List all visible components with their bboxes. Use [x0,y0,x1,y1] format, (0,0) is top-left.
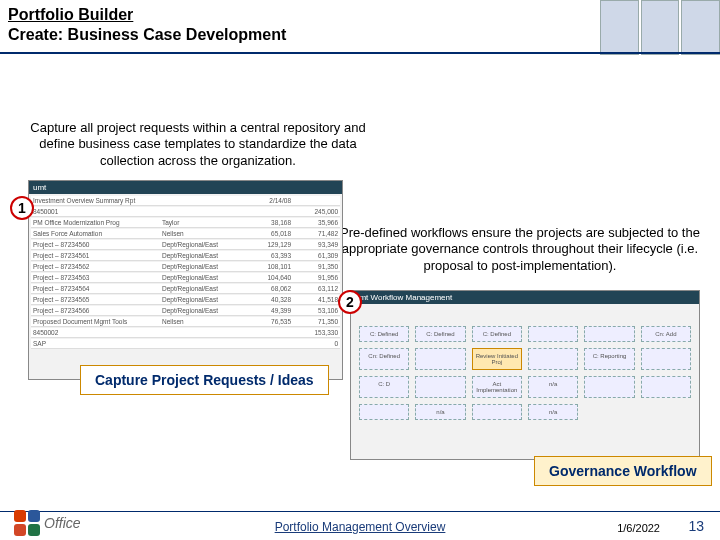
footer-date: 1/6/2022 [617,522,660,534]
workflow-box [359,404,409,420]
workflow-box: n/a [528,376,578,398]
table-row: 8450002153,330 [31,328,340,338]
table-row: Project – 87234563Dept/Regional/East104,… [31,273,340,283]
workflow-box: C: D [359,376,409,398]
table-row: Project – 87234566Dept/Regional/East49,3… [31,306,340,316]
caption-governance: Governance Workflow [534,456,712,486]
workflow-box [641,348,691,370]
table-row: 8450001245,000 [31,207,340,217]
table-row: Project – 87234560Dept/Regional/East129,… [31,240,340,250]
workflow-box: Cn: Defined [359,348,409,370]
table-row: Project – 87234561Dept/Regional/East63,3… [31,251,340,261]
table-row: Project – 87234564Dept/Regional/East68,0… [31,284,340,294]
workflow-box [528,348,578,370]
table-row: SAP0 [31,339,340,349]
workflow-box [641,376,691,398]
header-rule [0,52,720,54]
screenshot-titlebar: umt Workflow Management [351,291,699,304]
workflow-box [472,404,522,420]
workflow-box: C: Defined [472,326,522,342]
table-row: Proposed Document Mgmt ToolsNeilsen76,53… [31,317,340,327]
workflow-box [415,348,465,370]
callout-badge-2: 2 [338,290,362,314]
workflow-box: Cn: Add [641,326,691,342]
workflow-box: n/a [415,404,465,420]
callout-badge-1: 1 [10,196,34,220]
table-row: PM Office Modernization ProgTaylor38,168… [31,218,340,228]
table-row: Investment Overview Summary Rpt2/14/08 [31,196,340,206]
table-row: Sales Force AutomationNeilsen65,01871,48… [31,229,340,239]
workflow-box [415,376,465,398]
screenshot-workflow: umt Workflow Management C: DefinedC: Def… [350,290,700,460]
table-row: Project – 87234562Dept/Regional/East108,… [31,262,340,272]
workflow-box: C: Defined [415,326,465,342]
workflow-box: C: Reporting [584,348,634,370]
screenshot-requests: umt Investment Overview Summary Rpt2/14/… [28,180,343,380]
table-row: Project – 87234565Dept/Regional/East40,3… [31,295,340,305]
workflow-box [584,326,634,342]
footer-rule [0,511,720,512]
workflow-box: Act Implementation [472,376,522,398]
intro-text-2: Pre-defined workflows ensure the project… [340,225,700,274]
workflow-box: C: Defined [359,326,409,342]
caption-capture: Capture Project Requests / Ideas [80,365,329,395]
workflow-box: n/a [528,404,578,420]
corner-thumbnails [600,0,720,55]
workflow-box [584,376,634,398]
workflow-box [528,326,578,342]
workflow-box: Review Initiated Proj [472,348,522,370]
screenshot-titlebar: umt [29,181,342,194]
footer-title: Portfolio Management Overview [0,520,720,534]
intro-text-1: Capture all project requests within a ce… [18,120,378,169]
footer-page-number: 13 [688,518,704,534]
